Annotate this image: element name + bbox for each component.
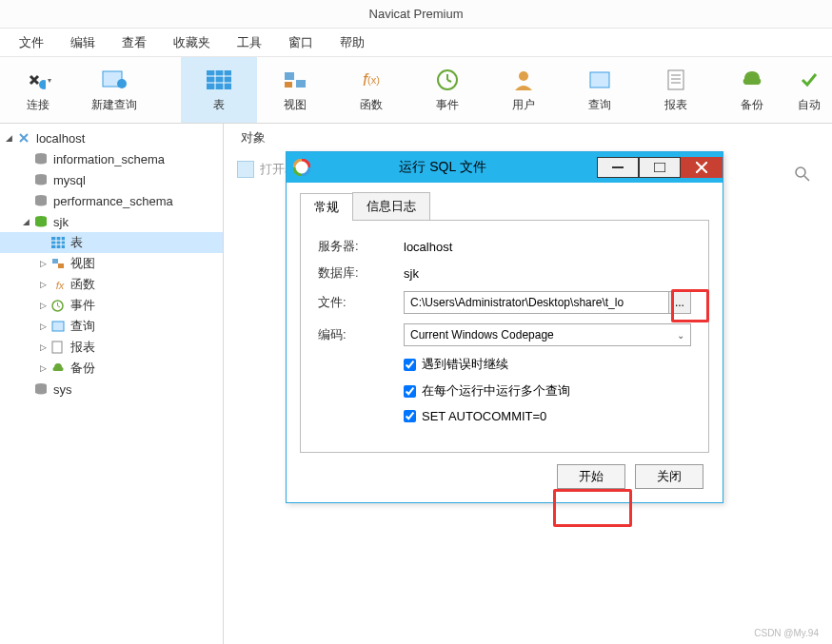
- twisty-closed-icon: ▷: [40, 342, 51, 352]
- tool-function[interactable]: f(x) 函数: [333, 57, 409, 123]
- svg-rect-35: [52, 342, 62, 353]
- tool-table[interactable]: 表: [181, 57, 257, 123]
- tab-general[interactable]: 常规: [300, 193, 353, 221]
- connection-icon: [17, 131, 34, 145]
- check-continue-error[interactable]: 遇到错误时继续: [404, 356, 691, 373]
- dialog-titlebar[interactable]: 运行 SQL 文件: [287, 152, 723, 183]
- tree-db-active[interactable]: ◢sjk: [0, 211, 223, 232]
- tree-db[interactable]: performance_schema: [0, 190, 223, 211]
- object-tab[interactable]: 对象: [224, 124, 832, 152]
- tool-view[interactable]: 视图: [257, 57, 333, 123]
- tool-user[interactable]: 用户: [485, 57, 562, 123]
- menu-window[interactable]: 窗口: [275, 30, 327, 55]
- svg-rect-15: [590, 72, 609, 88]
- file-input[interactable]: [404, 291, 669, 314]
- view-icon: [51, 258, 69, 269]
- svg-rect-3: [207, 70, 231, 89]
- checkbox[interactable]: [404, 410, 416, 422]
- svg-rect-8: [285, 72, 294, 80]
- check-multi-query[interactable]: 在每个运行中运行多个查询: [404, 382, 691, 400]
- start-button[interactable]: 开始: [557, 464, 625, 489]
- run-sql-dialog: 运行 SQL 文件 常规 信息日志 服务器: localhost 数据库: sj…: [286, 151, 723, 503]
- title-bar: Navicat Premium: [0, 0, 832, 29]
- connection-tree: ◢ localhost information_schema mysql per…: [0, 124, 224, 644]
- close-dialog-button[interactable]: 关闭: [635, 464, 703, 489]
- close-button[interactable]: [681, 157, 723, 178]
- query-icon: [586, 67, 613, 93]
- report-icon: [51, 341, 69, 354]
- watermark: CSDN @My.94: [754, 628, 819, 638]
- app-icon: [287, 159, 317, 176]
- svg-rect-9: [296, 80, 306, 88]
- tool-backup[interactable]: 备份: [714, 57, 790, 123]
- svg-rect-29: [52, 259, 58, 263]
- tree-queries[interactable]: ▷查询: [0, 316, 223, 337]
- tool-connection[interactable]: ▾ 连接: [0, 57, 76, 123]
- report-icon: [663, 67, 689, 93]
- server-label: 服务器:: [318, 238, 404, 255]
- tree-backups[interactable]: ▷备份: [0, 358, 223, 379]
- clock-icon: [434, 67, 461, 93]
- menu-tools[interactable]: 工具: [224, 30, 275, 55]
- menu-edit[interactable]: 编辑: [57, 30, 109, 55]
- tree-db[interactable]: mysql: [0, 169, 223, 190]
- maximize-button[interactable]: [639, 157, 681, 178]
- tree-connection[interactable]: ◢ localhost: [0, 127, 223, 148]
- tree-reports[interactable]: ▷报表: [0, 337, 223, 358]
- twisty-closed-icon: ▷: [40, 280, 51, 289]
- twisty-closed-icon: ▷: [40, 322, 51, 331]
- checkbox[interactable]: [404, 385, 416, 398]
- svg-line-38: [804, 176, 809, 181]
- svg-point-0: [39, 80, 46, 89]
- newquery-icon: [101, 67, 128, 93]
- tool-event[interactable]: 事件: [409, 57, 485, 123]
- checkbox[interactable]: [404, 359, 416, 371]
- tree-db[interactable]: sys: [0, 379, 223, 400]
- svg-rect-30: [58, 263, 64, 268]
- database-icon: [34, 194, 51, 207]
- clock-icon: [51, 300, 69, 312]
- menu-favorites[interactable]: 收藏夹: [160, 30, 224, 55]
- database-icon: [34, 173, 51, 186]
- tree-db[interactable]: information_schema: [0, 148, 223, 169]
- app-title: Navicat Premium: [369, 7, 464, 21]
- svg-rect-40: [612, 166, 624, 168]
- database-icon: [34, 152, 51, 166]
- tool-new-query[interactable]: 新建查询: [76, 57, 152, 123]
- database-label: 数据库:: [318, 264, 404, 282]
- check-icon: [796, 67, 822, 93]
- encoding-select[interactable]: Current Windows Codepage ⌄: [404, 323, 691, 346]
- svg-rect-16: [668, 70, 683, 89]
- tool-report[interactable]: 报表: [638, 57, 714, 123]
- check-autocommit[interactable]: SET AUTOCOMMIT=0: [404, 409, 691, 423]
- tree-functions[interactable]: ▷fx函数: [0, 274, 223, 295]
- grid-icon: [237, 161, 254, 178]
- file-label: 文件:: [318, 294, 404, 311]
- svg-line-33: [58, 305, 61, 307]
- tool-auto[interactable]: 自动: [790, 57, 828, 123]
- chevron-down-icon: ⌄: [677, 330, 684, 341]
- tree-tables[interactable]: 表: [0, 232, 223, 253]
- function-icon: fx: [51, 278, 69, 292]
- backup-icon: [51, 362, 69, 374]
- twisty-closed-icon: ▷: [40, 301, 51, 310]
- menu-help[interactable]: 帮助: [327, 30, 378, 55]
- menu-file[interactable]: 文件: [6, 30, 57, 55]
- tree-events[interactable]: ▷事件: [0, 295, 223, 316]
- minimize-button[interactable]: [597, 157, 639, 178]
- tab-log[interactable]: 信息日志: [352, 192, 430, 220]
- database-icon: [34, 382, 51, 396]
- svg-point-37: [796, 167, 805, 177]
- search-icon[interactable]: [794, 166, 811, 183]
- browse-button[interactable]: ...: [668, 291, 691, 314]
- svg-point-14: [519, 71, 528, 81]
- dialog-title: 运行 SQL 文件: [317, 159, 597, 176]
- view-icon: [282, 67, 308, 93]
- encoding-label: 编码:: [318, 326, 404, 343]
- twisty-closed-icon: ▷: [40, 363, 51, 373]
- table-icon: [206, 67, 232, 93]
- tool-query[interactable]: 查询: [562, 57, 638, 123]
- menu-view[interactable]: 查看: [109, 30, 160, 55]
- svg-rect-34: [52, 322, 64, 331]
- tree-views[interactable]: ▷视图: [0, 253, 223, 274]
